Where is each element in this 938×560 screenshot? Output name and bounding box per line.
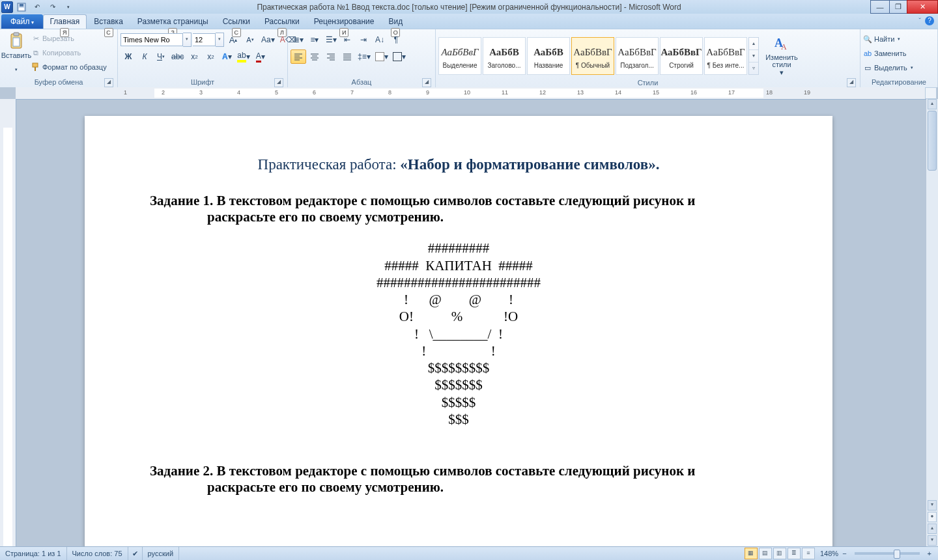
vertical-scrollbar[interactable]: ▴ ▾ ● ▴ ▾: [926, 99, 938, 547]
window-controls: — ❐ ✕: [871, 0, 938, 14]
align-right-button[interactable]: [323, 49, 339, 64]
change-styles-button[interactable]: AA Изменить стили▾: [763, 33, 801, 78]
word-icon[interactable]: W: [1, 1, 13, 13]
paste-button[interactable]: Вставить▾: [3, 31, 30, 74]
paragraph-launcher[interactable]: ◢: [422, 78, 431, 87]
styles-launcher[interactable]: ◢: [847, 78, 856, 87]
view-web[interactable]: ▥: [773, 548, 786, 559]
shrink-font-button[interactable]: A▾: [242, 33, 258, 47]
qat-redo[interactable]: ↷: [46, 1, 60, 14]
align-center-button[interactable]: [307, 49, 322, 64]
shading-button[interactable]: ▾: [373, 49, 390, 64]
zoom-in-button[interactable]: +: [925, 550, 934, 557]
superscript-button[interactable]: x2: [203, 49, 218, 64]
font-launcher[interactable]: ◢: [274, 78, 283, 87]
ruler-toggle[interactable]: [925, 87, 937, 99]
svg-rect-2: [20, 4, 23, 7]
font-color-button[interactable]: A▾: [253, 49, 268, 64]
font-size-combo[interactable]: ▾: [193, 33, 224, 47]
select-button[interactable]: ▭Выделить▾: [863, 61, 913, 74]
page-content[interactable]: Практическая работа: «Набор и форматиров…: [85, 116, 832, 496]
style-Название[interactable]: АаБбВНазвание: [527, 37, 570, 75]
replace-button[interactable]: abЗаменить: [863, 47, 906, 60]
font-name-combo[interactable]: ▾: [121, 33, 192, 47]
highlight-button[interactable]: ab▾: [235, 49, 251, 64]
text-effects-button[interactable]: A▾: [219, 49, 234, 64]
quick-access-toolbar: W ↶ ↷ ▾: [0, 1, 76, 14]
change-case-button[interactable]: Aa▾: [259, 33, 277, 47]
svg-rect-7: [35, 67, 36, 71]
view-outline[interactable]: ≣: [788, 548, 801, 559]
status-proof-icon[interactable]: ✔: [128, 547, 143, 560]
view-draft[interactable]: ≡: [802, 548, 815, 559]
tab-Главная[interactable]: ГлавнаяЯ: [43, 14, 87, 29]
page[interactable]: Практическая работа: «Набор и форматиров…: [85, 116, 832, 547]
document-area: 12345678910111213141516171819 ▴ ▾ ● ▴ ▾ …: [0, 87, 938, 547]
tab-Рассылки[interactable]: РассылкиЛ: [257, 14, 307, 29]
tab-Разметка страницы[interactable]: Разметка страницыЗ: [130, 14, 216, 29]
decrease-indent-button[interactable]: ⇤: [339, 33, 355, 47]
tab-Рецензирование[interactable]: РецензированиеИ: [307, 14, 382, 29]
italic-button[interactable]: К: [137, 49, 152, 64]
bullets-button[interactable]: ≣▾: [291, 33, 306, 47]
tab-Вставка[interactable]: ВставкаС: [87, 14, 130, 29]
status-words[interactable]: Число слов: 75: [67, 547, 128, 560]
status-page[interactable]: Страница: 1 из 1: [0, 547, 67, 560]
strike-button[interactable]: abc: [169, 49, 186, 64]
borders-button[interactable]: ▾: [391, 49, 408, 64]
help-icon[interactable]: ?: [925, 16, 934, 25]
align-justify-button[interactable]: [339, 49, 355, 64]
qat-undo[interactable]: ↶: [30, 1, 44, 14]
group-label-editing: Редактирование: [872, 78, 926, 86]
view-fullscreen[interactable]: ▤: [759, 548, 772, 559]
window-title: Практическая работа №1 Ввод текста.doc […: [0, 3, 938, 12]
zoom-level[interactable]: 148%: [820, 550, 838, 557]
scrollbar-thumb[interactable]: [928, 111, 937, 171]
status-language[interactable]: русский: [143, 547, 179, 560]
group-styles: АаБбВвГВыделениеАаБбВЗаголово...АаБбВНаз…: [436, 29, 860, 88]
qat-customize[interactable]: ▾: [61, 1, 76, 14]
group-label-styles: Стили: [638, 79, 659, 87]
numbering-button[interactable]: ≡▾: [307, 33, 322, 47]
style-¶ Без инте...[interactable]: АаБбВвГ¶ Без инте...: [704, 37, 747, 75]
find-button[interactable]: 🔍Найти▾: [863, 33, 900, 46]
style-Выделение[interactable]: АаБбВвГВыделение: [438, 37, 481, 75]
line-spacing-button[interactable]: ‡≡▾: [356, 49, 373, 64]
group-label-clipboard: Буфер обмена: [35, 78, 83, 86]
ribbon-tabs: Файл▾ ГлавнаяЯВставкаСРазметка страницыЗ…: [0, 14, 938, 29]
sort-button[interactable]: A↓: [372, 33, 388, 47]
styles-more[interactable]: ▴▾▿: [748, 37, 759, 75]
format-painter-button[interactable]: Формат по образцу: [31, 61, 107, 74]
horizontal-ruler[interactable]: 12345678910111213141516171819: [16, 87, 926, 100]
vertical-ruler[interactable]: [0, 99, 16, 547]
group-font: ▾ ▾ A▴ A▾ Aa▾ A⌫ Ж К Ч▾ abc x2 x2 A▾ ab▾…: [118, 29, 288, 88]
style-Заголово...[interactable]: АаБбВЗаголово...: [483, 37, 526, 75]
qat-save[interactable]: [14, 1, 29, 14]
style-¶ Обычный[interactable]: АаБбВвГ¶ Обычный: [571, 37, 614, 75]
increase-indent-button[interactable]: ⇥: [356, 33, 371, 47]
show-marks-button[interactable]: ¶: [388, 33, 404, 47]
view-print-layout[interactable]: ▦: [745, 548, 758, 559]
style-Подзагол...[interactable]: АаБбВвГПодзагол...: [616, 37, 659, 75]
minimize-button[interactable]: —: [870, 0, 890, 14]
zoom-slider[interactable]: [855, 552, 920, 555]
align-left-button[interactable]: [291, 49, 306, 64]
zoom-out-button[interactable]: −: [840, 550, 849, 557]
svg-rect-5: [13, 38, 20, 46]
tab-Вид[interactable]: ВидО: [381, 14, 410, 29]
grow-font-button[interactable]: A▴: [225, 33, 241, 47]
status-bar: Страница: 1 из 1 Число слов: 75 ✔ русски…: [0, 546, 938, 560]
maximize-button[interactable]: ❐: [889, 0, 907, 14]
ribbon-minimize-icon[interactable]: ˇ: [918, 17, 921, 25]
group-label-font: Шрифт: [191, 78, 214, 86]
tab-Ссылки[interactable]: СсылкиС: [216, 14, 257, 29]
file-tab[interactable]: Файл▾: [1, 14, 43, 29]
style-Строгий[interactable]: АаБбВвГСтрогий: [660, 37, 703, 75]
bold-button[interactable]: Ж: [121, 49, 136, 64]
underline-button[interactable]: Ч▾: [153, 49, 169, 64]
multilevel-button[interactable]: ☰▾: [323, 33, 339, 47]
clipboard-launcher[interactable]: ◢: [104, 78, 113, 87]
title-bar: W ↶ ↷ ▾ Практическая работа №1 Ввод текс…: [0, 0, 938, 14]
close-button[interactable]: ✕: [907, 0, 938, 14]
subscript-button[interactable]: x2: [186, 49, 202, 64]
